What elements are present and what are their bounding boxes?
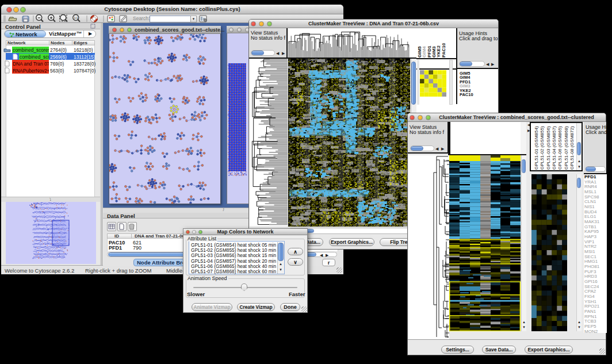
svg-text:MON2: MON2 bbox=[584, 329, 598, 334]
svg-text:GTB1: GTB1 bbox=[584, 224, 596, 229]
svg-text:HRD3: HRD3 bbox=[584, 274, 597, 279]
svg-text:GPL51-03 (GSM856): GPL51-03 (GSM856) bbox=[546, 126, 551, 170]
svg-text:MAK31: MAK31 bbox=[584, 219, 600, 224]
svg-text:HAP3: HAP3 bbox=[584, 234, 596, 239]
svg-text:GPL51-02 (GSM855): GPL51-02 (GSM855) bbox=[540, 126, 545, 170]
svg-text:CLN1: CLN1 bbox=[584, 199, 596, 204]
svg-text:BUD4: BUD4 bbox=[584, 209, 597, 214]
svg-text:GPL51-07 (GSM868): GPL51-07 (GSM868) bbox=[564, 126, 569, 170]
svg-text:SEC24: SEC24 bbox=[584, 284, 599, 289]
svg-text:SPC98: SPC98 bbox=[584, 194, 599, 200]
svg-text:NTR2: NTR2 bbox=[584, 244, 596, 249]
svg-text:FIG4: FIG4 bbox=[584, 294, 595, 299]
svg-text:GPL51-06 (GSM865): GPL51-06 (GSM865) bbox=[557, 126, 563, 170]
svg-text:GPL51-08 (GSM872): GPL51-08 (GSM872) bbox=[569, 126, 575, 170]
svg-text:PUF3: PUF3 bbox=[584, 269, 596, 274]
svg-text:PAN1: PAN1 bbox=[584, 309, 596, 314]
svg-text:MSI1: MSI1 bbox=[584, 249, 595, 254]
svg-text:1:1: 1:1 bbox=[74, 17, 78, 20]
svg-text:PFD1: PFD1 bbox=[584, 174, 596, 179]
svg-text:PAC10: PAC10 bbox=[441, 43, 446, 58]
svg-text:GPL51-04 (GSM857): GPL51-04 (GSM857) bbox=[552, 126, 557, 170]
svg-text:HMG1: HMG1 bbox=[584, 259, 598, 264]
svg-text:PEP5: PEP5 bbox=[584, 324, 596, 329]
svg-text:YSH1: YSH1 bbox=[584, 299, 596, 304]
svg-text:TCB3: TCB3 bbox=[584, 319, 596, 324]
svg-text:Search:: Search: bbox=[133, 16, 150, 21]
svg-text:RNR4: RNR4 bbox=[584, 184, 597, 189]
svg-text:GPL51-01 (GSM854): GPL51-01 (GSM854) bbox=[534, 126, 539, 170]
